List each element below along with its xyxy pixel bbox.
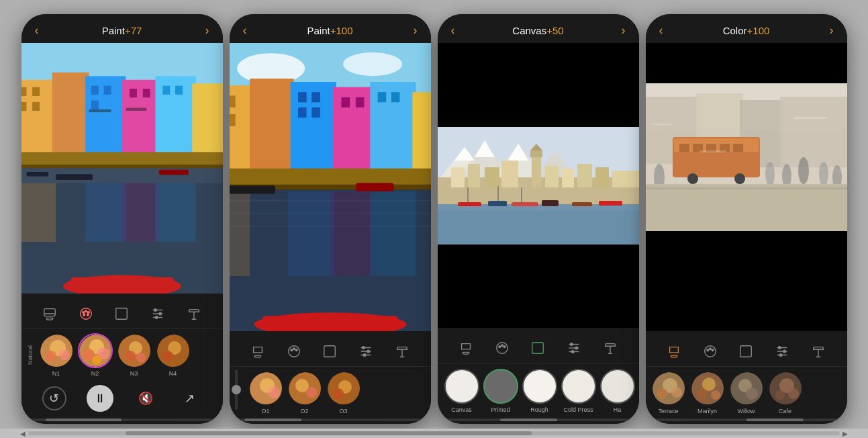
- filter-cafe-thumb[interactable]: [768, 371, 803, 406]
- svg-rect-168: [780, 97, 847, 167]
- filter-terrace[interactable]: Terrace: [651, 371, 686, 414]
- filter-o3[interactable]: O3: [326, 371, 361, 414]
- filter-n1[interactable]: N1: [39, 333, 74, 377]
- swatch-ha[interactable]: Ha: [600, 369, 635, 413]
- swatch-ha-circle[interactable]: [600, 369, 635, 404]
- filter-o2-thumb[interactable]: [287, 371, 322, 406]
- swatch-canvas[interactable]: Canvas: [444, 369, 479, 413]
- slider-track[interactable]: [235, 369, 238, 410]
- brush-icon-4[interactable]: [663, 341, 685, 362]
- adjust-icon-2[interactable]: [355, 341, 377, 362]
- adjust-icon-4[interactable]: [771, 341, 793, 362]
- phone1-bottom-controls: ↺ ⏸ 🔇 ↗: [21, 381, 223, 419]
- phone2-toolbar: O1 O2: [230, 331, 431, 424]
- svg-point-99: [289, 346, 300, 357]
- adjust-icon[interactable]: [147, 303, 168, 324]
- filter-willow[interactable]: Willow: [729, 371, 764, 414]
- svg-rect-130: [468, 164, 480, 187]
- filter-n2-thumb[interactable]: [78, 333, 113, 368]
- phone1-right-arrow[interactable]: ›: [205, 24, 209, 38]
- filter-n4[interactable]: N4: [156, 333, 191, 377]
- brush-icon[interactable]: [39, 303, 60, 324]
- brush-icon-3[interactable]: [455, 337, 477, 359]
- phone4-scrollbar: [651, 419, 842, 421]
- scroll-right-arrow[interactable]: ▶: [842, 430, 848, 437]
- slider-knob[interactable]: [232, 385, 241, 394]
- filter-o3-thumb[interactable]: [326, 371, 361, 406]
- svg-rect-98: [262, 316, 398, 329]
- export-button[interactable]: ↗: [178, 386, 202, 410]
- mute-button[interactable]: 🔇: [134, 386, 158, 410]
- canvas-icon-3[interactable]: [527, 337, 548, 359]
- brush-icon-2[interactable]: [247, 341, 269, 362]
- filter-o1-thumb[interactable]: [248, 371, 283, 406]
- canvas-icon-2[interactable]: [319, 341, 340, 362]
- pause-button[interactable]: ⏸: [87, 385, 113, 412]
- phone3-scrollbar: [443, 419, 634, 421]
- palette-icon-3[interactable]: [491, 337, 513, 359]
- phone2-header: ‹ Paint+100 ›: [230, 14, 431, 43]
- svg-point-162: [571, 351, 574, 353]
- svg-point-213: [775, 390, 785, 400]
- canvas-icon-4[interactable]: [735, 341, 757, 362]
- filter-willow-thumb[interactable]: [729, 371, 764, 406]
- canvas-icon[interactable]: [111, 303, 132, 324]
- phone4-left-arrow[interactable]: ‹: [659, 24, 663, 38]
- filter-o1[interactable]: O1: [248, 371, 283, 414]
- swatch-primed[interactable]: Primed: [483, 369, 518, 413]
- palette-icon-2[interactable]: [283, 341, 305, 362]
- filter-n4-thumb[interactable]: [156, 333, 191, 368]
- phone2-right-arrow[interactable]: ›: [414, 24, 418, 38]
- text-icon-4[interactable]: [808, 341, 829, 362]
- filter-n2[interactable]: N2: [78, 333, 113, 377]
- palette-icon-4[interactable]: [700, 341, 721, 362]
- phone2-slider[interactable]: [230, 367, 243, 419]
- filter-n3[interactable]: N3: [117, 333, 152, 377]
- filter-marilyn-thumb[interactable]: [690, 371, 725, 406]
- palette-icon[interactable]: [75, 303, 97, 324]
- phone3-image: [438, 43, 639, 328]
- swatch-cold-press[interactable]: Cold Press: [561, 369, 596, 413]
- text-icon-3[interactable]: [599, 337, 621, 359]
- phone-2: ‹ Paint+100 ›: [230, 14, 431, 424]
- filter-cafe[interactable]: Cafe: [768, 371, 803, 414]
- filter-terrace-thumb[interactable]: [651, 371, 686, 406]
- phone4-right-arrow[interactable]: ›: [830, 24, 834, 38]
- filter-n1-label: N1: [52, 370, 60, 377]
- filter-terrace-label: Terrace: [658, 408, 678, 414]
- swatch-rough[interactable]: Rough: [522, 369, 557, 413]
- bottom-scrollbar[interactable]: [28, 431, 840, 435]
- phone4-scrollbar-thumb[interactable]: [746, 419, 804, 421]
- phone4-title: Color+100: [723, 25, 770, 36]
- svg-rect-84: [391, 92, 399, 102]
- reset-button[interactable]: ↺: [42, 386, 66, 410]
- svg-rect-146: [542, 200, 559, 206]
- filter-n3-thumb[interactable]: [117, 333, 152, 368]
- filter-o2-label: O2: [300, 408, 308, 414]
- phone4-image: [646, 43, 847, 331]
- svg-point-47: [155, 316, 158, 319]
- scroll-left-arrow[interactable]: ◀: [20, 430, 26, 437]
- phone-4: ‹ Color+100 ›: [646, 14, 847, 424]
- svg-point-100: [291, 349, 293, 351]
- phone1-scrollbar-thumb[interactable]: [46, 419, 122, 421]
- svg-point-60: [136, 353, 146, 362]
- filter-n1-thumb[interactable]: [39, 333, 74, 368]
- filter-marilyn[interactable]: Marilyn: [690, 371, 725, 414]
- filter-o2[interactable]: O2: [287, 371, 322, 414]
- phone1-left-arrow[interactable]: ‹: [35, 24, 39, 38]
- swatch-canvas-circle[interactable]: [444, 369, 479, 404]
- swatch-rough-circle[interactable]: [522, 369, 557, 404]
- phone3-scrollbar-thumb[interactable]: [500, 419, 557, 421]
- svg-point-199: [779, 354, 782, 357]
- text-icon[interactable]: [183, 303, 205, 324]
- adjust-icon-3[interactable]: [563, 337, 585, 359]
- text-icon-2[interactable]: [391, 341, 413, 362]
- bottom-scrollbar-thumb[interactable]: [126, 431, 532, 435]
- phone3-left-arrow[interactable]: ‹: [451, 24, 455, 38]
- swatch-primed-circle[interactable]: [483, 369, 518, 404]
- phone2-scrollbar-thumb[interactable]: [244, 419, 301, 421]
- phone2-left-arrow[interactable]: ‹: [243, 24, 247, 38]
- swatch-cold-press-circle[interactable]: [561, 369, 596, 404]
- phone3-right-arrow[interactable]: ›: [622, 24, 626, 38]
